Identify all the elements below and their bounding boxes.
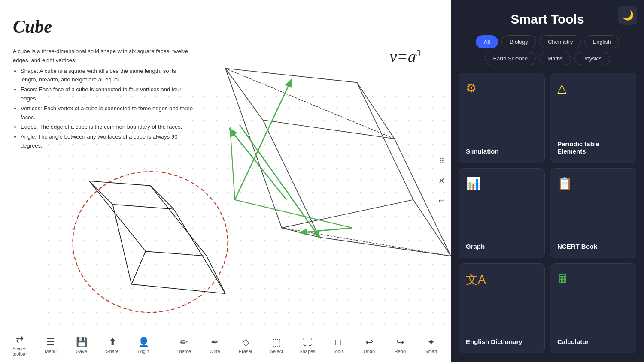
- svg-line-26: [174, 209, 225, 294]
- tool-card-periodic-table[interactable]: △Periodic table Elements: [550, 73, 636, 163]
- eraser-label: Eraser: [239, 349, 252, 354]
- share-btn[interactable]: ⬆ Share: [97, 330, 128, 360]
- filter-chip-earth-science[interactable]: Earth Science: [485, 52, 536, 65]
- ncert-book-icon: 📋: [557, 176, 629, 190]
- svg-line-25: [113, 205, 132, 284]
- eraser-icon: ◇: [242, 337, 249, 348]
- svg-line-18: [89, 181, 150, 186]
- switch-toolbar-btn[interactable]: ⇄ Switchtoolbar: [4, 330, 35, 360]
- svg-line-16: [301, 228, 352, 232]
- select-icon: ⬚: [272, 337, 281, 348]
- theme-icon: ✏: [180, 337, 188, 348]
- filter-chip-all[interactable]: All: [476, 35, 498, 48]
- english-dictionary-label: English Dictionary: [466, 338, 538, 345]
- filter-chip-maths[interactable]: Maths: [539, 52, 571, 65]
- periodic-table-label: Periodic table Elements: [557, 140, 629, 155]
- login-icon: 👤: [138, 337, 149, 348]
- svg-line-21: [89, 181, 146, 251]
- share-label: Share: [106, 349, 118, 354]
- shapes-icon: ⛶: [303, 337, 312, 348]
- svg-line-24: [113, 205, 174, 209]
- eraser-btn[interactable]: ◇ Eraser: [230, 330, 261, 360]
- panel-title: Smart Tools: [459, 12, 635, 27]
- svg-line-14: [235, 80, 291, 200]
- write-label: Write: [209, 349, 220, 354]
- theme-label: Theme: [176, 349, 191, 354]
- undo-tb-icon: ↩: [365, 337, 373, 348]
- save-btn[interactable]: 💾 Save: [66, 330, 97, 360]
- graph-icon: 📊: [466, 176, 538, 190]
- cube-large: [225, 69, 451, 256]
- login-label: Login: [138, 349, 149, 354]
- green-arrows: [230, 80, 352, 237]
- undo-panel-btn[interactable]: ↩: [434, 193, 449, 208]
- switch-label: Switchtoolbar: [12, 346, 27, 356]
- share-icon: ⬆: [109, 337, 116, 348]
- filter-chip-english[interactable]: English: [584, 35, 619, 48]
- cube-small: [89, 181, 225, 294]
- graph-label: Graph: [466, 243, 538, 250]
- tool-card-graph[interactable]: 📊Graph: [459, 168, 545, 258]
- write-icon: ✒: [211, 337, 219, 348]
- simulation-icon: ⚙: [466, 81, 538, 95]
- panel-footer: [451, 353, 644, 362]
- select-btn[interactable]: ⬚ Select: [261, 330, 292, 360]
- svg-line-19: [150, 186, 207, 256]
- left-toolbar-group: ⇄ Switchtoolbar ☰ Menu 💾 Save ⬆ Share 👤 …: [4, 330, 159, 360]
- filter-chip-physics[interactable]: Physics: [574, 52, 610, 65]
- menu-label: Menu: [45, 349, 57, 354]
- tool-card-ncert-book[interactable]: 📋NCERT Book: [550, 168, 636, 258]
- close-panel-btn[interactable]: ✕: [434, 173, 449, 189]
- svg-line-20: [146, 251, 207, 256]
- theme-toggle-btn[interactable]: 🌙: [618, 6, 637, 25]
- filter-chip-biology[interactable]: Biology: [501, 35, 536, 48]
- tool-card-calculator[interactable]: 🖩Calculator: [550, 263, 636, 353]
- filter-chips: AllBiologyChemistryEnglishEarth ScienceM…: [451, 35, 644, 73]
- svg-line-22: [89, 181, 113, 205]
- svg-line-7: [263, 120, 319, 237]
- smart-icon: ✦: [427, 337, 435, 348]
- tools-label: Tools: [333, 349, 344, 354]
- svg-line-15: [230, 130, 286, 200]
- bottom-toolbar: ⇄ Switchtoolbar ☰ Menu 💾 Save ⬆ Share 👤 …: [0, 328, 451, 362]
- panel-header: Smart Tools: [451, 0, 644, 35]
- undo-tb-label: Undo: [364, 349, 375, 354]
- svg-line-5: [357, 82, 395, 139]
- login-btn[interactable]: 👤 Login: [128, 330, 159, 360]
- periodic-table-icon: △: [557, 81, 629, 95]
- filter-chip-chemistry[interactable]: Chemistry: [540, 35, 581, 48]
- calculator-icon: 🖩: [557, 272, 629, 286]
- tool-card-simulation[interactable]: ⚙Simulation: [459, 73, 545, 163]
- drawing-canvas[interactable]: [0, 0, 451, 362]
- english-dictionary-icon: 文A: [466, 272, 538, 288]
- svg-line-1: [357, 82, 413, 199]
- write-btn[interactable]: ✒ Write: [199, 330, 230, 360]
- redo-tb-btn[interactable]: ↪ Redo: [385, 330, 416, 360]
- switch-icon: ⇄: [16, 334, 24, 345]
- save-label: Save: [76, 349, 87, 354]
- redo-tb-icon: ↪: [396, 337, 404, 348]
- side-toolbar: ⠿ ✕ ↩: [432, 150, 451, 212]
- svg-line-27: [131, 251, 146, 284]
- redo-tb-label: Redo: [395, 349, 406, 354]
- smart-label: Smart: [425, 349, 437, 354]
- tool-card-english-dictionary[interactable]: 文AEnglish Dictionary: [459, 263, 545, 353]
- calculator-label: Calculator: [557, 338, 629, 345]
- tools-btn[interactable]: □ Tools: [323, 330, 354, 360]
- smart-btn[interactable]: ✦ Smart: [416, 330, 447, 360]
- svg-line-2: [282, 200, 413, 228]
- right-toolbar-group: ✏ Theme ✒ Write ◇ Eraser ⬚ Select ⛶ Shap…: [168, 330, 447, 360]
- theme-btn[interactable]: ✏ Theme: [168, 330, 199, 360]
- drag-handle-btn[interactable]: ⠿: [434, 154, 449, 169]
- save-icon: 💾: [76, 337, 88, 348]
- undo-tb-btn[interactable]: ↩ Undo: [354, 330, 385, 360]
- ncert-book-label: NCERT Book: [557, 243, 629, 250]
- svg-line-6: [263, 120, 395, 139]
- whiteboard: Cube A cube is a three-dimensional solid…: [0, 0, 451, 362]
- shapes-label: Shapes: [299, 349, 315, 354]
- shapes-btn[interactable]: ⛶ Shapes: [292, 330, 323, 360]
- menu-btn[interactable]: ☰ Menu: [35, 330, 66, 360]
- svg-line-29: [131, 284, 225, 294]
- right-panel: 🌙 Smart Tools AllBiologyChemistryEnglish…: [451, 0, 644, 362]
- svg-line-23: [150, 186, 174, 209]
